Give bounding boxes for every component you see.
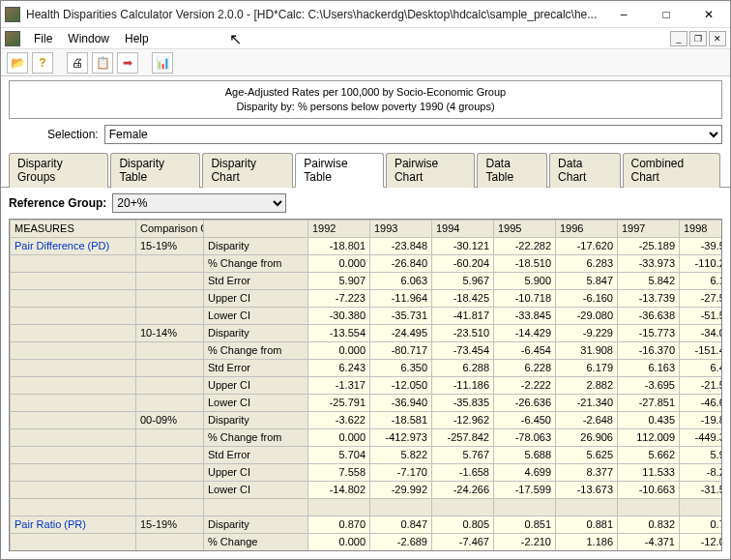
cell-value[interactable] — [432, 498, 494, 516]
cell-value[interactable]: 0.000 — [308, 341, 370, 359]
cell-value[interactable] — [370, 498, 432, 516]
cell-value[interactable]: -12.962 — [432, 411, 494, 428]
cell-value[interactable]: 7.558 — [308, 463, 370, 481]
cell-statistic[interactable]: Disparity — [204, 411, 308, 428]
cell-measure[interactable] — [11, 533, 136, 550]
cell-value[interactable]: 5.822 — [370, 446, 432, 463]
cell-value[interactable]: 0.435 — [618, 411, 680, 428]
cell-value[interactable]: 0.041 — [370, 550, 432, 551]
cell-comparison[interactable] — [136, 550, 204, 551]
cell-value[interactable]: 5.900 — [494, 272, 556, 289]
cell-value[interactable]: 6.163 — [618, 359, 680, 376]
cell-value[interactable]: -1.317 — [308, 376, 370, 394]
cell-comparison[interactable]: 15-19% — [136, 516, 204, 533]
cell-value[interactable]: -2.222 — [494, 376, 556, 394]
cell-value[interactable]: -2.689 — [370, 533, 432, 550]
cell-measure[interactable] — [11, 272, 136, 289]
tab-disparity-groups[interactable]: Disparity Groups — [9, 153, 108, 188]
cell-value[interactable]: -25.189 — [618, 237, 680, 254]
cell-statistic[interactable]: Std Error — [204, 550, 308, 551]
cell-value[interactable]: 5.847 — [556, 272, 618, 289]
cell-measure[interactable] — [11, 307, 136, 324]
cell-value[interactable] — [556, 498, 618, 516]
cell-value[interactable] — [494, 498, 556, 516]
cell-value[interactable]: -78.063 — [494, 428, 556, 446]
cell-comparison[interactable] — [136, 481, 204, 498]
cell-value[interactable]: 0.041 — [556, 550, 618, 551]
cell-value[interactable]: -27.530 — [680, 289, 723, 307]
cell-measure[interactable]: Pair Ratio (PR) — [11, 516, 136, 533]
cell-value[interactable]: -11.964 — [370, 289, 432, 307]
cell-value[interactable]: 0.041 — [494, 550, 556, 551]
cell-statistic[interactable]: % Change from — [204, 341, 308, 359]
cell-value[interactable]: 6.063 — [370, 272, 432, 289]
cell-value[interactable]: -15.773 — [618, 324, 680, 341]
cell-statistic[interactable]: % Change from — [204, 428, 308, 446]
cell-value[interactable]: -13.554 — [308, 324, 370, 341]
cell-value[interactable] — [308, 498, 370, 516]
tab-disparity-table[interactable]: Disparity Table — [110, 153, 200, 188]
cell-value[interactable]: 6.404 — [680, 359, 723, 376]
menu-window[interactable]: Window — [60, 30, 117, 47]
cell-comparison[interactable] — [136, 341, 204, 359]
open-button[interactable]: 📂 — [7, 52, 28, 74]
cell-comparison[interactable] — [136, 446, 204, 463]
cell-value[interactable]: 5.967 — [432, 272, 494, 289]
export-button[interactable]: ➡ — [117, 52, 138, 74]
col-year-1995[interactable]: 1995 — [494, 220, 556, 237]
cell-value[interactable]: -13.673 — [556, 481, 618, 498]
cell-comparison[interactable] — [136, 376, 204, 394]
cell-value[interactable]: -21.340 — [556, 394, 618, 411]
cell-comparison[interactable] — [136, 359, 204, 376]
cell-value[interactable]: 0.765 — [680, 516, 723, 533]
cell-value[interactable]: -27.851 — [618, 394, 680, 411]
cell-value[interactable]: -25.791 — [308, 394, 370, 411]
cell-value[interactable]: 0.851 — [494, 516, 556, 533]
cell-value[interactable]: 0.881 — [556, 516, 618, 533]
cell-comparison[interactable]: 15-19% — [136, 237, 204, 254]
cell-measure[interactable] — [11, 463, 136, 481]
cell-value[interactable]: -14.802 — [308, 481, 370, 498]
cell-value[interactable]: 0.805 — [432, 516, 494, 533]
cell-value[interactable]: 1.186 — [556, 533, 618, 550]
cell-statistic[interactable]: Std Error — [204, 359, 308, 376]
cell-value[interactable]: -80.717 — [370, 341, 432, 359]
cell-measure[interactable] — [11, 376, 136, 394]
cell-value[interactable]: -12.095 — [680, 533, 723, 550]
selection-dropdown[interactable]: Female — [104, 125, 722, 144]
cell-value[interactable]: 0.041 — [618, 550, 680, 551]
cell-value[interactable]: -7.467 — [432, 533, 494, 550]
cell-value[interactable]: -11.186 — [432, 376, 494, 394]
cell-value[interactable]: -449.356 — [680, 428, 723, 446]
close-button[interactable]: ✕ — [687, 1, 730, 28]
cell-value[interactable]: -4.371 — [618, 533, 680, 550]
cell-value[interactable]: -151.458 — [680, 341, 723, 359]
cell-value[interactable]: -110.271 — [680, 254, 723, 272]
cell-value[interactable]: 8.377 — [556, 463, 618, 481]
cell-measure[interactable] — [11, 446, 136, 463]
cell-value[interactable]: 6.228 — [494, 359, 556, 376]
cell-value[interactable]: 6.350 — [370, 359, 432, 376]
cell-comparison[interactable] — [136, 428, 204, 446]
cell-measure[interactable] — [11, 324, 136, 341]
cell-value[interactable]: -35.835 — [432, 394, 494, 411]
cell-statistic[interactable]: Upper CI — [204, 289, 308, 307]
cell-measure[interactable] — [11, 428, 136, 446]
cell-statistic[interactable]: Upper CI — [204, 463, 308, 481]
cell-value[interactable]: 6.179 — [556, 359, 618, 376]
cell-value[interactable]: -3.695 — [618, 376, 680, 394]
cell-measure[interactable] — [11, 289, 136, 307]
cell-value[interactable]: -257.842 — [432, 428, 494, 446]
mdi-restore-button[interactable]: ❐ — [689, 31, 707, 46]
cell-measure[interactable]: Pair Difference (PD) — [11, 237, 136, 254]
cell-value[interactable]: 2.882 — [556, 376, 618, 394]
cell-comparison[interactable] — [136, 272, 204, 289]
minimize-button[interactable]: – — [602, 1, 645, 28]
cell-value[interactable]: -6.450 — [494, 411, 556, 428]
cell-value[interactable]: -51.537 — [680, 307, 723, 324]
cell-statistic[interactable]: Std Error — [204, 446, 308, 463]
cell-value[interactable]: -23.510 — [432, 324, 494, 341]
cell-value[interactable]: 5.704 — [308, 446, 370, 463]
col-year-1998[interactable]: 1998 — [680, 220, 723, 237]
cell-measure[interactable] — [11, 550, 136, 551]
